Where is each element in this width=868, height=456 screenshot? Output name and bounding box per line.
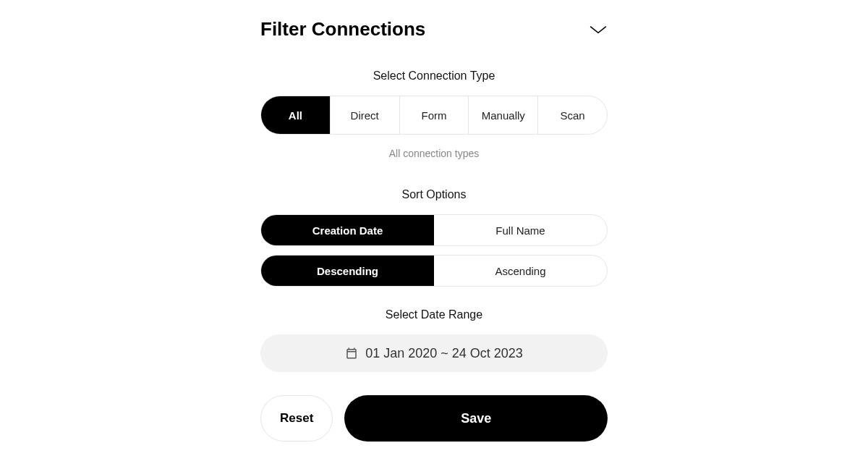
sort-direction-ascending[interactable]: Ascending — [434, 256, 607, 286]
connection-type-form[interactable]: Form — [399, 96, 469, 134]
save-button[interactable]: Save — [344, 395, 608, 442]
date-range-picker[interactable]: 01 Jan 2020 ~ 24 Oct 2023 — [260, 334, 608, 372]
date-range-label: Select Date Range — [260, 308, 608, 321]
sort-field-row: Creation Date Full Name — [260, 214, 608, 246]
reset-button[interactable]: Reset — [260, 395, 333, 442]
sort-direction-row: Descending Ascending — [260, 255, 608, 287]
panel-title: Filter Connections — [260, 18, 425, 41]
connection-type-label: Select Connection Type — [260, 69, 608, 83]
connection-type-direct[interactable]: Direct — [330, 96, 399, 134]
connection-type-tabs: All Direct Form Manually Scan — [260, 96, 608, 135]
chevron-down-icon[interactable] — [589, 25, 608, 35]
connection-type-all[interactable]: All — [261, 96, 330, 134]
sort-direction-descending[interactable]: Descending — [261, 256, 434, 286]
footer-actions: Reset Save — [260, 395, 608, 442]
connection-type-manually[interactable]: Manually — [468, 96, 537, 134]
filter-panel: Filter Connections Select Connection Typ… — [260, 18, 608, 456]
connection-type-scan[interactable]: Scan — [537, 96, 607, 134]
calendar-icon — [345, 347, 358, 360]
date-range-value: 01 Jan 2020 ~ 24 Oct 2023 — [365, 346, 523, 361]
panel-header: Filter Connections — [260, 18, 608, 41]
sort-options-label: Sort Options — [260, 188, 608, 201]
sort-field-creation-date[interactable]: Creation Date — [261, 215, 434, 245]
connection-type-hint: All connection types — [260, 148, 608, 159]
sort-field-full-name[interactable]: Full Name — [434, 215, 607, 245]
